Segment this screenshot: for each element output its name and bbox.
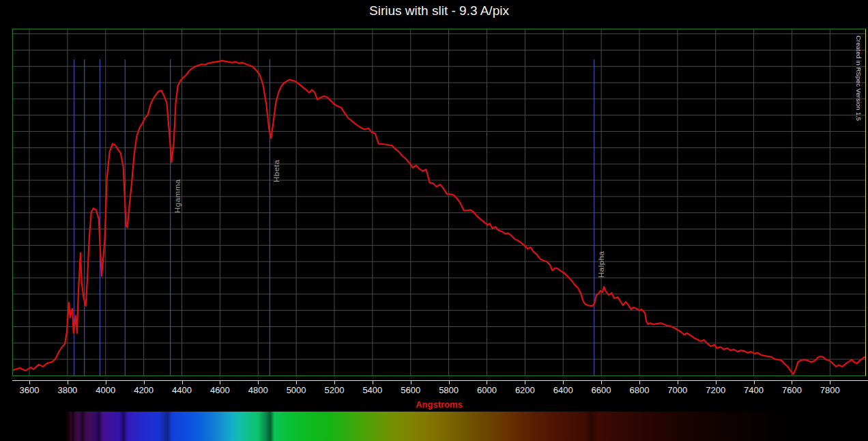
x-tick-label-7200: 7200	[697, 385, 735, 395]
x-tick-3800	[68, 381, 68, 384]
x-tick-7800	[830, 381, 830, 384]
x-tick-label-4800: 4800	[239, 385, 277, 395]
x-tick-label-6800: 6800	[620, 385, 659, 395]
x-tick-6600	[601, 381, 602, 384]
watermark-text: Created in RSpec Version 1.5	[855, 35, 863, 121]
x-tick-7200	[716, 381, 717, 384]
x-tick-5200	[334, 381, 335, 384]
spectral-line-label-hgamma: Hgamma	[173, 179, 182, 213]
x-tick-label-4000: 4000	[87, 385, 125, 395]
rspec-plot-window: Sirius with slit - 9.3 A/pix HgammaHbeta…	[0, 0, 868, 441]
x-tick-label-6000: 6000	[467, 385, 506, 395]
x-tick-label-6400: 6400	[544, 385, 582, 395]
x-tick-label-4400: 4400	[163, 385, 201, 395]
x-tick-label-6600: 6600	[582, 385, 620, 395]
spectrum-curve	[13, 61, 865, 374]
x-tick-7000	[678, 381, 678, 384]
x-tick-6800	[639, 381, 640, 384]
x-tick-7600	[792, 381, 792, 384]
spectral-line-label-hbeta: Hbeta	[272, 160, 280, 182]
x-tick-5600	[411, 381, 411, 384]
x-tick-label-3800: 3800	[48, 385, 87, 395]
x-tick-label-6200: 6200	[506, 385, 544, 395]
x-tick-label-7400: 7400	[735, 385, 773, 395]
x-tick-7400	[754, 381, 755, 384]
x-tick-3600	[29, 381, 30, 384]
x-tick-4200	[144, 381, 145, 384]
x-tick-label-5000: 5000	[277, 385, 315, 395]
x-tick-label-7600: 7600	[772, 385, 811, 395]
x-tick-5400	[373, 381, 373, 384]
spectral-line-label-halpha: Halpha	[597, 251, 605, 278]
chart-title: Sirius with slit - 9.3 A/pix	[12, 3, 866, 18]
x-tick-label-7800: 7800	[811, 385, 849, 395]
x-tick-label-7000: 7000	[659, 385, 697, 395]
x-tick-6400	[563, 381, 564, 384]
x-tick-label-5800: 5800	[430, 385, 468, 395]
x-tick-label-4600: 4600	[201, 385, 239, 395]
x-tick-4600	[220, 381, 220, 384]
spectrum-strip	[0, 412, 868, 441]
x-tick-label-5200: 5200	[315, 385, 353, 395]
plot-canvas	[13, 29, 865, 375]
x-axis-line	[12, 380, 868, 381]
x-tick-6200	[525, 381, 525, 384]
x-tick-5000	[296, 381, 297, 384]
x-tick-label-3600: 3600	[10, 385, 48, 395]
x-tick-label-5400: 5400	[353, 385, 392, 395]
x-tick-5800	[449, 381, 450, 384]
x-tick-label-4200: 4200	[125, 385, 163, 395]
x-tick-4800	[258, 381, 259, 384]
plot-area: HgammaHbetaHalpha	[12, 29, 866, 376]
x-tick-label-5600: 5600	[392, 385, 430, 395]
x-tick-4000	[106, 381, 106, 384]
x-axis-title: Angstroms	[12, 399, 866, 410]
x-tick-6000	[487, 381, 487, 384]
x-tick-4400	[182, 381, 183, 384]
